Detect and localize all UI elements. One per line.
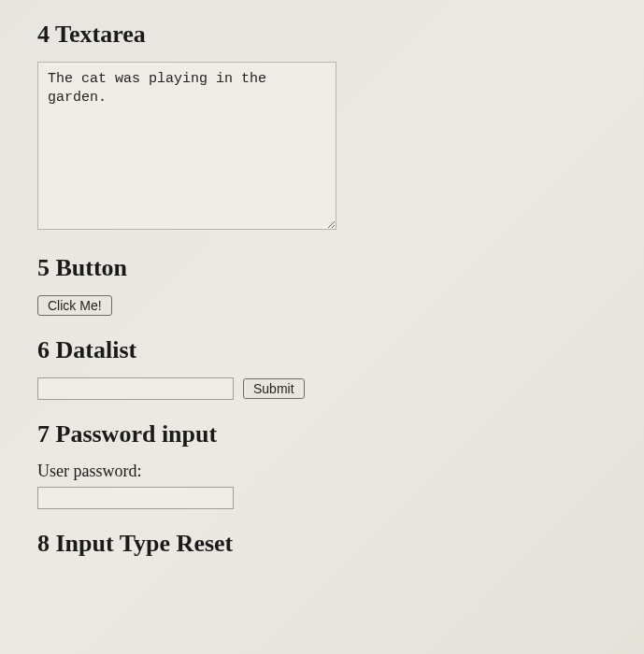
password-label: User password: bbox=[37, 462, 644, 481]
button-heading: 5 Button bbox=[37, 254, 644, 282]
textarea-section: 4 Textarea The cat was playing in the ga… bbox=[37, 21, 644, 234]
textarea-input[interactable]: The cat was playing in the garden. bbox=[37, 62, 336, 230]
datalist-input[interactable] bbox=[37, 377, 234, 400]
password-section: 7 Password input User password: bbox=[37, 420, 644, 509]
reset-heading: 8 Input Type Reset bbox=[37, 530, 644, 558]
datalist-section: 6 Datalist bbox=[37, 336, 644, 400]
textarea-heading: 4 Textarea bbox=[37, 21, 644, 49]
password-heading: 7 Password input bbox=[37, 420, 644, 448]
password-input[interactable] bbox=[37, 487, 234, 509]
submit-button[interactable] bbox=[243, 378, 305, 399]
datalist-row bbox=[37, 377, 644, 400]
datalist-heading: 6 Datalist bbox=[37, 336, 644, 364]
reset-section: 8 Input Type Reset bbox=[37, 530, 644, 558]
click-me-button[interactable]: Click Me! bbox=[37, 295, 112, 316]
button-section: 5 Button Click Me! bbox=[37, 254, 644, 316]
